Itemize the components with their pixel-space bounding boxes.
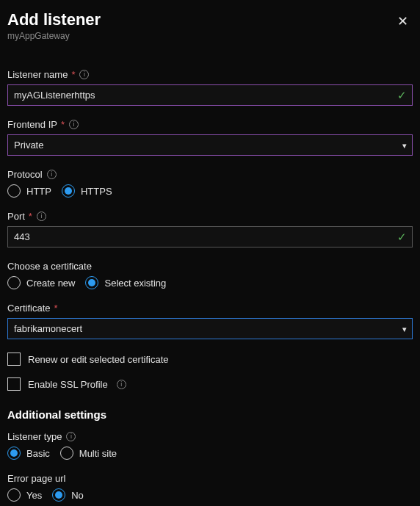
checkbox-icon [7, 377, 21, 391]
required-indicator: * [61, 119, 65, 130]
radio-icon [60, 447, 73, 460]
checkbox-enable-ssl[interactable]: Enable SSL Profile i [7, 377, 413, 391]
certificate-select-wrap: fabrikamonecert ▾ [7, 318, 413, 339]
radio-icon [7, 276, 21, 289]
choose-cert-label: Choose a certificate [7, 261, 413, 272]
additional-settings-heading: Additional settings [7, 408, 413, 421]
info-icon[interactable]: i [69, 120, 79, 129]
radio-icon [62, 184, 75, 198]
radio-multi-site[interactable]: Multi site [60, 447, 117, 460]
field-certificate: Certificate * fabrikamonecert ▾ [7, 303, 413, 339]
field-frontend-ip: Frontend IP * i Private ▾ [7, 119, 413, 156]
listener-name-label: Listener name * i [7, 69, 413, 80]
info-icon[interactable]: i [47, 170, 57, 179]
required-indicator: * [71, 69, 75, 80]
listener-name-input[interactable] [7, 84, 413, 106]
listener-type-radio-row: Basic Multi site [7, 447, 413, 460]
page-subtitle: myAppGateway [7, 31, 101, 41]
field-error-page: Error page url Yes No [7, 473, 413, 502]
enable-ssl-label: Enable SSL Profile [28, 379, 108, 390]
radio-icon [52, 488, 65, 502]
checkbox-icon [7, 353, 21, 366]
required-indicator: * [54, 303, 58, 314]
radio-yes[interactable]: Yes [7, 488, 42, 502]
field-choose-certificate: Choose a certificate Create new Select e… [7, 261, 413, 289]
radio-http[interactable]: HTTP [7, 184, 51, 198]
error-page-label: Error page url [7, 473, 413, 484]
port-input-wrap: ✓ [7, 226, 413, 247]
error-page-radio-row: Yes No [7, 488, 413, 502]
header-text: Add listener myAppGateway [7, 10, 101, 41]
port-input[interactable] [7, 226, 413, 247]
field-protocol: Protocol i HTTP HTTPS [7, 169, 413, 198]
field-listener-name: Listener name * i ✓ [7, 69, 413, 106]
checkbox-renew-cert[interactable]: Renew or edit selected certificate [7, 353, 413, 366]
required-indicator: * [29, 211, 32, 222]
renew-cert-label: Renew or edit selected certificate [28, 354, 168, 365]
info-icon[interactable]: i [37, 212, 46, 221]
radio-label-create-new: Create new [26, 278, 75, 289]
frontend-ip-select-wrap: Private ▾ [7, 134, 413, 156]
info-icon[interactable]: i [79, 70, 89, 79]
radio-label-http: HTTP [26, 186, 51, 197]
protocol-label: Protocol i [7, 169, 413, 180]
page-title: Add listener [7, 10, 101, 29]
radio-basic[interactable]: Basic [7, 447, 50, 460]
choose-cert-radio-row: Create new Select existing [7, 276, 413, 289]
radio-icon [7, 184, 21, 198]
radio-https[interactable]: HTTPS [62, 184, 112, 198]
listener-name-input-wrap: ✓ [7, 84, 413, 106]
radio-label-no: No [71, 490, 84, 501]
info-icon[interactable]: i [66, 432, 76, 441]
radio-label-select-existing: Select existing [104, 278, 166, 289]
radio-label-https: HTTPS [81, 186, 112, 197]
frontend-ip-select[interactable]: Private [7, 134, 413, 156]
field-port: Port * i ✓ [7, 211, 413, 247]
radio-label-yes: Yes [26, 490, 42, 501]
radio-select-existing[interactable]: Select existing [85, 276, 166, 289]
radio-label-multi-site: Multi site [79, 448, 117, 459]
port-label: Port * i [7, 211, 413, 222]
radio-label-basic: Basic [26, 448, 50, 459]
panel-header: Add listener myAppGateway ✕ [7, 10, 413, 41]
info-icon[interactable]: i [117, 380, 126, 389]
certificate-select[interactable]: fabrikamonecert [7, 318, 413, 339]
radio-create-new[interactable]: Create new [7, 276, 75, 289]
radio-no[interactable]: No [52, 488, 84, 502]
close-icon[interactable]: ✕ [393, 10, 413, 32]
certificate-label: Certificate * [7, 303, 413, 314]
radio-icon [7, 488, 21, 502]
frontend-ip-label: Frontend IP * i [7, 119, 413, 130]
listener-type-label: Listener type i [7, 431, 413, 442]
radio-icon [85, 276, 98, 289]
field-listener-type: Listener type i Basic Multi site [7, 431, 413, 460]
protocol-radio-row: HTTP HTTPS [7, 184, 413, 198]
radio-icon [7, 447, 21, 460]
